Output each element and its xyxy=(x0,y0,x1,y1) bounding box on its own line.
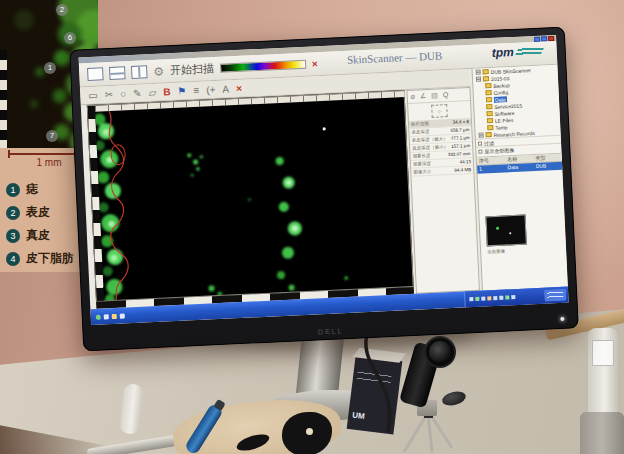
folder-icon xyxy=(487,125,493,130)
layout-vertical-split-icon[interactable] xyxy=(131,65,148,79)
mat-artwork xyxy=(306,428,313,435)
logo-swoosh-icon xyxy=(514,45,545,56)
scanner-camera-lens xyxy=(424,336,456,368)
folder-icon xyxy=(486,90,492,95)
thumbnail-caption: 当前图像 xyxy=(487,246,561,254)
logo-text: tpm xyxy=(491,45,514,60)
layout-horizontal-split-icon[interactable] xyxy=(109,66,126,80)
fluorescence-canvas[interactable] xyxy=(95,97,414,300)
magnifier-icon[interactable]: Q xyxy=(443,91,449,99)
palette-gradient-bar[interactable] xyxy=(220,60,306,73)
screen: ⚙ 开始扫描 × SkinScanner — DUB tpm ▭ ✂ ○ ✎ ▱… xyxy=(79,35,569,325)
folder-icon xyxy=(483,76,489,81)
start-scan-button[interactable]: 开始扫描 xyxy=(170,61,215,78)
folder-icon xyxy=(483,69,489,74)
image-viewer[interactable] xyxy=(87,90,414,302)
results-table: 序号名称类型 1DataDUB xyxy=(477,153,563,174)
quick-launch-icons[interactable] xyxy=(96,313,125,319)
bold-marker-icon[interactable]: B xyxy=(163,87,171,97)
layers-icon[interactable]: ≡ xyxy=(193,85,199,95)
delete-icon[interactable]: × xyxy=(236,83,242,93)
checkbox[interactable] xyxy=(478,141,482,145)
checkbox[interactable] xyxy=(478,149,482,153)
stamp-icon[interactable]: ▱ xyxy=(148,87,156,97)
file-tree-panel: DUB SkinScanner 2015-03 Backup Config Da… xyxy=(472,65,568,291)
roi-tool-box[interactable]: ⁘ xyxy=(431,104,448,118)
measurement-panel: ⌀ ∠ ▤ Q ⁘ 标尺范围34.4 × 8 表皮厚度558.7 μm 表皮厚度… xyxy=(406,87,480,294)
angle-icon[interactable]: ∠ xyxy=(420,92,427,100)
photo-scene: 2 6 1 7 1 mm 1 痣 2 表皮 3 真皮 4 皮下脂肪 xyxy=(0,0,624,454)
quick-launch-icon[interactable] xyxy=(112,313,117,318)
caliper-icon[interactable]: ⌀ xyxy=(411,93,416,101)
grid-icon[interactable]: ▤ xyxy=(431,92,438,100)
lasso-icon[interactable]: ✂ xyxy=(105,89,114,99)
monitor: DELL ⚙ 开始扫描 × SkinScanner — DUB xyxy=(69,26,579,351)
measure-row: 图像大小94.4 MB xyxy=(411,166,473,177)
bracket-tool-icon[interactable]: (+ xyxy=(206,85,216,95)
folder-icon xyxy=(486,104,492,109)
folder-icon xyxy=(487,118,493,123)
folder-icon xyxy=(486,97,492,102)
pen-icon[interactable]: ✎ xyxy=(133,88,142,98)
flag-icon[interactable]: ⚑ xyxy=(177,86,186,96)
quick-launch-icon[interactable] xyxy=(96,314,101,319)
quick-launch-icon[interactable] xyxy=(120,313,125,318)
tpm-logo: tpm xyxy=(491,44,543,60)
quick-launch-icon[interactable] xyxy=(104,314,109,319)
stop-icon[interactable]: × xyxy=(312,58,318,69)
zoom-icon[interactable]: ○ xyxy=(120,89,127,99)
preview-thumbnail[interactable] xyxy=(485,215,526,247)
folder-icon xyxy=(487,111,493,116)
layout-single-icon[interactable] xyxy=(87,67,104,81)
new-page-icon[interactable]: ▭ xyxy=(88,90,98,100)
gear-icon[interactable]: ⚙ xyxy=(153,65,164,77)
taskbar-clock[interactable] xyxy=(544,289,567,302)
text-tool-icon[interactable]: A xyxy=(222,84,229,94)
folder-icon xyxy=(485,83,491,88)
system-tray[interactable] xyxy=(464,287,569,308)
folder-icon xyxy=(486,132,492,137)
